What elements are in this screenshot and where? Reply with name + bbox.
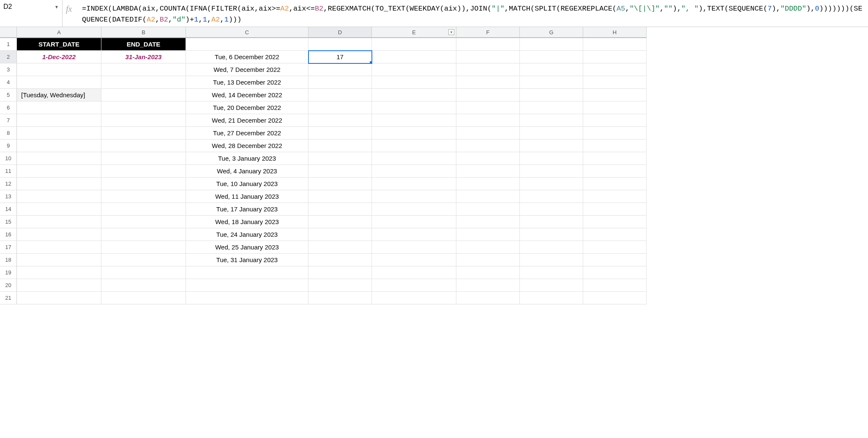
row-header-13[interactable]: 13 [0,190,17,203]
row-header-5[interactable]: 5 [0,89,17,101]
cell-F3[interactable] [456,63,520,76]
cell-F6[interactable] [456,101,520,114]
cell-H14[interactable] [583,203,647,216]
cell-E12[interactable] [372,178,456,190]
cell-F10[interactable] [456,152,520,165]
cell-B19[interactable] [101,266,186,279]
cell-G5[interactable] [520,89,583,101]
cell-H2[interactable] [583,51,647,63]
cell-F4[interactable] [456,76,520,89]
row-header-4[interactable]: 4 [0,76,17,89]
cell-E10[interactable] [372,152,456,165]
cell-C12[interactable]: Tue, 10 January 2023 [186,178,308,190]
cell-D17[interactable] [308,241,372,254]
cell-B14[interactable] [101,203,186,216]
cell-H16[interactable] [583,228,647,241]
column-header-D[interactable]: D [308,27,372,38]
cell-B4[interactable] [101,76,186,89]
cell-B6[interactable] [101,101,186,114]
row-header-8[interactable]: 8 [0,127,17,140]
cell-F9[interactable] [456,140,520,152]
cell-D19[interactable] [308,266,372,279]
cell-C9[interactable]: Wed, 28 December 2022 [186,140,308,152]
cell-B3[interactable] [101,63,186,76]
cell-F20[interactable] [456,279,520,292]
cell-G6[interactable] [520,101,583,114]
cell-B8[interactable] [101,127,186,140]
cell-B15[interactable] [101,216,186,228]
cell-F11[interactable] [456,165,520,178]
cell-D5[interactable] [308,89,372,101]
cell-G7[interactable] [520,114,583,127]
cell-H19[interactable] [583,266,647,279]
cell-D14[interactable] [308,203,372,216]
cell-C2[interactable]: Tue, 6 December 2022 [186,51,308,63]
cell-H17[interactable] [583,241,647,254]
cell-A17[interactable] [17,241,101,254]
cell-C15[interactable]: Wed, 18 January 2023 [186,216,308,228]
name-box[interactable]: D2 ▼ [0,0,62,14]
cell-G1[interactable] [520,38,583,51]
cell-G9[interactable] [520,140,583,152]
cell-F7[interactable] [456,114,520,127]
cell-B16[interactable] [101,228,186,241]
cell-A3[interactable] [17,63,101,76]
row-header-2[interactable]: 2 [0,51,17,63]
cell-D21[interactable] [308,292,372,304]
column-header-H[interactable]: H [583,27,647,38]
cell-G21[interactable] [520,292,583,304]
cell-C18[interactable]: Tue, 31 January 2023 [186,254,308,266]
cell-G3[interactable] [520,63,583,76]
cell-B11[interactable] [101,165,186,178]
cell-A14[interactable] [17,203,101,216]
cell-H15[interactable] [583,216,647,228]
row-header-6[interactable]: 6 [0,101,17,114]
cell-C19[interactable] [186,266,308,279]
cell-B5[interactable] [101,89,186,101]
column-header-B[interactable]: B [101,27,186,38]
row-header-11[interactable]: 11 [0,165,17,178]
cell-F19[interactable] [456,266,520,279]
cell-E8[interactable] [372,127,456,140]
cell-F1[interactable] [456,38,520,51]
formula-input[interactable]: =INDEX(LAMBDA(aix,COUNTA(IFNA(FILTER(aix… [82,2,865,25]
cell-H18[interactable] [583,254,647,266]
cell-A9[interactable] [17,140,101,152]
cell-H21[interactable] [583,292,647,304]
cell-E1[interactable] [372,38,456,51]
cell-F13[interactable] [456,190,520,203]
cell-B20[interactable] [101,279,186,292]
cell-B2[interactable]: 31-Jan-2023 [101,51,186,63]
row-header-18[interactable]: 18 [0,254,17,266]
cell-E3[interactable] [372,63,456,76]
cell-H11[interactable] [583,165,647,178]
cell-G8[interactable] [520,127,583,140]
cell-G10[interactable] [520,152,583,165]
cell-A12[interactable] [17,178,101,190]
cell-G14[interactable] [520,203,583,216]
cell-C17[interactable]: Wed, 25 January 2023 [186,241,308,254]
cell-F5[interactable] [456,89,520,101]
filter-icon[interactable]: ▼ [448,29,454,35]
column-header-E[interactable]: E▼ [372,27,456,38]
cell-E13[interactable] [372,190,456,203]
cell-C10[interactable]: Tue, 3 January 2023 [186,152,308,165]
cell-G11[interactable] [520,165,583,178]
select-all-corner[interactable] [0,27,17,38]
name-box-dropdown-icon[interactable]: ▼ [55,5,59,9]
cell-D15[interactable] [308,216,372,228]
cell-A2[interactable]: 1-Dec-2022 [17,51,101,63]
cell-A20[interactable] [17,279,101,292]
cell-D7[interactable] [308,114,372,127]
cell-F12[interactable] [456,178,520,190]
cell-E5[interactable] [372,89,456,101]
cell-E15[interactable] [372,216,456,228]
cell-D9[interactable] [308,140,372,152]
cell-B17[interactable] [101,241,186,254]
cell-A10[interactable] [17,152,101,165]
cell-C5[interactable]: Wed, 14 December 2022 [186,89,308,101]
cell-B18[interactable] [101,254,186,266]
cell-B10[interactable] [101,152,186,165]
cell-D1[interactable] [308,38,372,51]
cell-H8[interactable] [583,127,647,140]
